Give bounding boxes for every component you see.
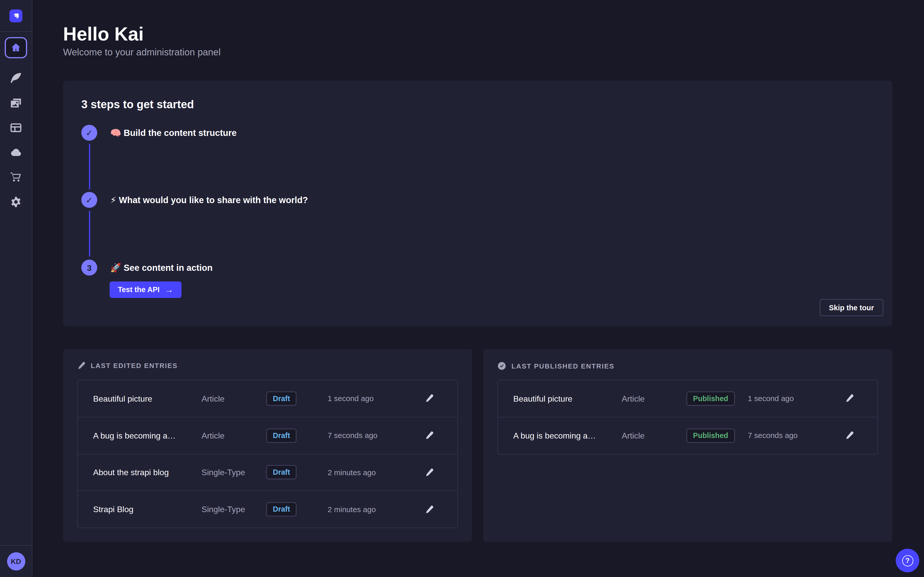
table-row: About the strapi blog Single-Type Draft … [78,454,457,491]
pencil-icon [425,394,433,403]
sidebar-item-content-type-builder[interactable] [10,122,23,134]
strapi-admin-window: KD Hello Kai Welcome to your administrat… [0,0,924,577]
entry-type: Article [622,394,687,403]
sidebar-bottom: KD [0,545,32,577]
pencil-icon [425,468,433,477]
last-published-panel: LAST PUBLISHED ENTRIES Beautiful picture… [483,349,892,542]
entry-time: 1 second ago [748,394,837,403]
status-badge: Draft [267,502,296,516]
entry-time: 7 seconds ago [328,431,417,440]
gear-icon [10,196,22,208]
last-published-table: Beautiful picture Article Published 1 se… [498,380,878,455]
table-row: A bug is becoming a… Article Published 7… [498,417,877,454]
edit-entry-button[interactable] [845,431,854,440]
step-1-indicator: ✓ [81,125,97,141]
feather-icon [10,73,22,84]
sidebar-item-content-manager[interactable] [10,73,23,84]
edit-entry-button[interactable] [845,394,854,403]
entry-type: Single-Type [202,468,267,477]
main-content: Hello Kai Welcome to your administration… [32,0,924,577]
pencil-icon [425,505,433,514]
entry-time: 1 second ago [328,394,417,403]
entry-type: Article [622,431,687,440]
pencil-icon [77,362,86,370]
question-icon: ? [902,555,913,566]
step-connector [89,211,90,257]
status-badge: Draft [267,429,296,443]
entry-title[interactable]: About the strapi blog [93,468,202,477]
last-edited-panel: LAST EDITED ENTRIES Beautiful picture Ar… [63,349,472,542]
pencil-icon [845,431,854,440]
guided-tour-card: 3 steps to get started ✓ 🧠 Build the con… [63,81,892,326]
arrow-right-icon: → [165,285,173,294]
guided-tour-title: 3 steps to get started [81,98,194,111]
entry-title[interactable]: Beautiful picture [513,394,622,403]
test-api-button[interactable]: Test the API → [110,281,181,298]
step-3-indicator: 3 [81,260,97,276]
sidebar-item-marketplace[interactable] [10,171,23,183]
sidebar-item-cloud[interactable] [10,147,23,158]
sidebar-nav [10,73,23,208]
page-title: Hello Kai [63,24,144,45]
edit-entry-button[interactable] [425,468,433,477]
sidebar-item-media-library[interactable] [10,97,23,109]
table-row: Strapi Blog Single-Type Draft 2 minutes … [78,491,457,527]
step-connector [89,143,90,190]
step-1-label: 🧠 Build the content structure [110,125,237,141]
entry-time: 2 minutes ago [328,468,417,477]
entry-title[interactable]: A bug is becoming a… [513,431,622,440]
entry-type: Single-Type [202,504,267,514]
cart-icon [10,171,22,183]
table-row: Beautiful picture Article Draft 1 second… [78,380,457,417]
edit-entry-button[interactable] [425,431,433,440]
status-badge: Draft [267,392,296,406]
panel-title: LAST PUBLISHED ENTRIES [512,363,614,369]
step-2-indicator: ✓ [81,192,97,208]
cloud-icon [10,147,22,158]
edit-entry-button[interactable] [425,505,433,514]
images-icon [10,97,22,109]
check-icon: ✓ [86,128,93,137]
entry-title[interactable]: Strapi Blog [93,504,202,514]
strapi-logo [10,10,23,23]
sidebar-item-home[interactable] [5,37,27,58]
sidebar-divider [0,545,32,546]
user-avatar[interactable]: KD [6,552,25,571]
step-3-label: 🚀 See content in action [110,260,213,276]
sidebar-item-settings[interactable] [10,196,23,208]
panel-title: LAST EDITED ENTRIES [91,362,178,369]
entry-time: 7 seconds ago [748,431,837,440]
strapi-logo-icon [11,11,21,21]
entry-type: Article [202,394,267,403]
page-subtitle: Welcome to your administration panel [63,47,221,58]
entry-title[interactable]: Beautiful picture [93,394,202,403]
last-edited-table: Beautiful picture Article Draft 1 second… [77,380,458,528]
step-3-number: 3 [87,263,92,272]
step-2-label: ⚡ What would you like to share with the … [110,192,308,208]
test-api-label: Test the API [118,286,160,294]
help-button[interactable]: ? [896,549,919,572]
check-icon: ✓ [86,195,93,205]
pencil-icon [425,431,433,440]
table-row: A bug is becoming a… Article Draft 7 sec… [78,417,457,454]
status-badge: Draft [267,466,296,480]
skip-tour-button[interactable]: Skip the tour [819,299,884,316]
home-icon [11,42,21,53]
entry-time: 2 minutes ago [328,505,417,514]
sidebar-divider [0,31,32,32]
sidebar: KD [0,0,32,577]
last-published-header: LAST PUBLISHED ENTRIES [498,362,614,370]
last-edited-header: LAST EDITED ENTRIES [77,362,178,370]
status-badge: Published [687,429,735,443]
check-circle-icon [498,362,506,370]
pencil-icon [845,394,854,403]
edit-entry-button[interactable] [425,394,433,403]
entry-type: Article [202,431,267,440]
layout-icon [10,122,22,134]
status-badge: Published [687,392,735,406]
table-row: Beautiful picture Article Published 1 se… [498,380,877,417]
entry-title[interactable]: A bug is becoming a… [93,431,202,440]
